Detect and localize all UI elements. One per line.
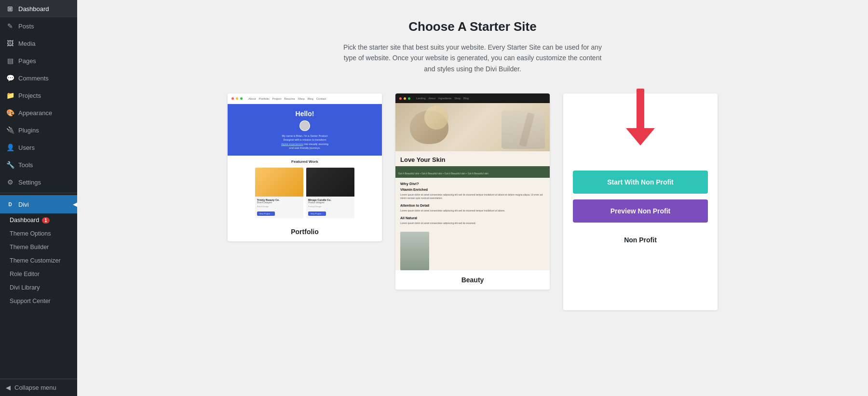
portfolio-card-subtitle-1: Brand Designer [257,201,301,204]
svg-marker-2 [626,128,655,145]
beauty-feature-natural-text: Lorem ipsum dolor sit amet consectetur a… [400,222,545,225]
sidebar-label-projects: Projects [18,92,41,99]
portfolio-card-tags-2: Product Design [308,205,353,208]
nav-link-6: Blog [308,97,313,100]
portfolio-card-tags-1: Brand Design [257,205,301,208]
divi-collapse-arrow: ◀ [73,201,77,208]
portfolio-grid: Trinity Beauty Co. Brand Designer Brand … [231,168,378,218]
beauty-feature-vitamin-text: Lorem ipsum dolor sit amet consectetur a… [400,193,545,200]
arrow-down-indicator [626,89,655,146]
beauty-title-text: Love Your Skin [400,156,545,163]
submenu-item-role-editor[interactable]: Role Editor [0,267,77,281]
nav-link-3: Project [272,97,282,100]
submenu-label-theme-customizer: Theme Customizer [10,257,61,264]
beauty-features-section: Why Divi? Vitamin Enriched Lorem ipsum d… [400,178,545,229]
sidebar-item-pages[interactable]: ▤ Pages [0,52,77,69]
posts-icon: ✎ [6,22,14,30]
preview-non-profit-button[interactable]: Preview Non Profit [573,199,708,223]
divi-icon: D [6,200,14,209]
beauty-feature-natural-title: All Natural [400,216,545,220]
beauty-dot-yellow [404,97,406,100]
collapse-menu-label: Collapse menu [14,384,56,391]
dashboard-badge: 1 [42,217,50,224]
tag-2: Product Design [308,205,321,208]
sidebar-item-plugins[interactable]: 🔌 Plugins [0,121,77,139]
portfolio-card-body-1: Trinity Beauty Co. Brand Designer Brand … [255,197,303,218]
submenu-item-theme-builder[interactable]: Theme Builder [0,240,77,254]
portfolio-hero: Hello! My name is Brian. I'm a Senior Pr… [228,104,382,156]
sidebar-item-projects[interactable]: 📁 Projects [0,87,77,104]
sidebar: ⊞ Dashboard ✎ Posts 🖼 Media ▤ Pages 💬 Co… [0,0,77,396]
nav-dot-green [240,97,243,100]
sidebar-item-posts[interactable]: ✎ Posts [0,17,77,35]
portfolio-card-1: Trinity Beauty Co. Brand Designer Brand … [255,168,303,218]
sidebar-item-divi[interactable]: D Divi ◀ [0,195,77,213]
divi-submenu: Dashboard 1 Theme Options Theme Builder … [0,213,77,308]
page-subtitle: Pick the starter site that best suits yo… [338,42,608,74]
sidebar-item-media[interactable]: 🖼 Media [0,35,77,52]
beauty-bowl-2 [424,106,448,130]
svg-rect-1 [637,89,644,130]
sidebar-item-tools[interactable]: 🔧 Tools [0,156,77,173]
sidebar-label-users: Users [18,144,35,151]
sidebar-label-dashboard: Dashboard [18,5,49,13]
sidebar-label-divi: Divi [18,201,29,208]
portfolio-card: About Portfolio Project Resume Shop Blog… [228,93,382,241]
arrow-down-svg [626,89,655,146]
collapse-arrow-icon: ◀ [6,384,11,391]
portfolio-card-btn-2[interactable]: View Project → [308,211,326,216]
portfolio-avatar-inner [300,121,310,131]
non-profit-card: Start With Non Profit Preview Non Profit… [563,93,718,310]
sidebar-item-comments[interactable]: 💬 Comments [0,69,77,87]
media-icon: 🖼 [6,40,14,47]
beauty-feature-1-title: Why Divi? [400,182,545,186]
portfolio-preview: About Portfolio Project Resume Shop Blog… [228,93,382,222]
beauty-nav-link-3: Ingredients [438,97,451,100]
beauty-feature-3: All Natural Lorem ipsum dolor sit amet c… [400,216,545,225]
beauty-hero-image [395,103,550,151]
portfolio-avatar [299,120,310,131]
non-profit-card-name: Non Profit [624,230,657,250]
starter-sites-grid: About Portfolio Project Resume Shop Blog… [159,93,786,310]
sidebar-label-tools: Tools [18,161,33,169]
submenu-item-divi-library[interactable]: Divi Library [0,281,77,294]
portfolio-card-img-1 [255,168,303,197]
portfolio-card-img-bg-1 [255,168,303,197]
sidebar-item-dashboard[interactable]: ⊞ Dashboard [0,0,77,17]
beauty-dot-green [408,97,410,100]
sidebar-item-settings[interactable]: ⚙ Settings [0,173,77,191]
nav-link-7: Contact [316,97,326,100]
sidebar-label-plugins: Plugins [18,127,39,134]
portfolio-card-name: Portfolio [228,222,382,241]
portfolio-card-btn-1[interactable]: View Project → [257,211,275,216]
submenu-item-dashboard[interactable]: Dashboard 1 [0,213,77,227]
nav-dot-red [231,97,234,100]
sidebar-label-pages: Pages [18,57,36,65]
beauty-dot-red [399,97,402,100]
sidebar-label-comments: Comments [18,75,49,82]
beauty-ticker-text: Get A Beautiful skin • Get A Beautiful s… [398,172,488,175]
main-content: Choose A Starter Site Pick the starter s… [77,0,868,396]
beauty-preview: Landing About Ingredients Shop Blog Love [395,93,550,270]
sidebar-item-users[interactable]: 👤 Users [0,139,77,156]
appearance-icon: 🎨 [6,109,14,117]
sidebar-item-appearance[interactable]: 🎨 Appearance [0,104,77,121]
collapse-menu-button[interactable]: ◀ Collapse menu [0,379,77,396]
beauty-content-area: Love Your Skin Get A Beautiful skin • Ge… [395,151,550,270]
beauty-nav-link-1: Landing [416,97,426,100]
page-title: Choose A Starter Site [408,19,536,34]
submenu-item-support-center[interactable]: Support Center [0,294,77,308]
submenu-item-theme-customizer[interactable]: Theme Customizer [0,254,77,267]
nav-links: About Portfolio Project Resume Shop Blog… [248,97,326,100]
beauty-feature-1: Vitamin Enriched Lorem ipsum dolor sit a… [400,188,545,200]
start-with-non-profit-button[interactable]: Start With Non Profit [573,171,708,194]
submenu-label-theme-builder: Theme Builder [10,244,49,251]
submenu-label-theme-options: Theme Options [10,230,51,237]
nav-link-5: Shop [298,97,305,100]
settings-icon: ⚙ [6,178,14,186]
beauty-card: Landing About Ingredients Shop Blog Love [395,93,550,290]
nav-link-1: About [248,97,256,100]
non-profit-action-buttons: Start With Non Profit Preview Non Profit [573,171,708,223]
portfolio-card-img-bg-2 [306,168,354,197]
submenu-item-theme-options[interactable]: Theme Options [0,227,77,240]
